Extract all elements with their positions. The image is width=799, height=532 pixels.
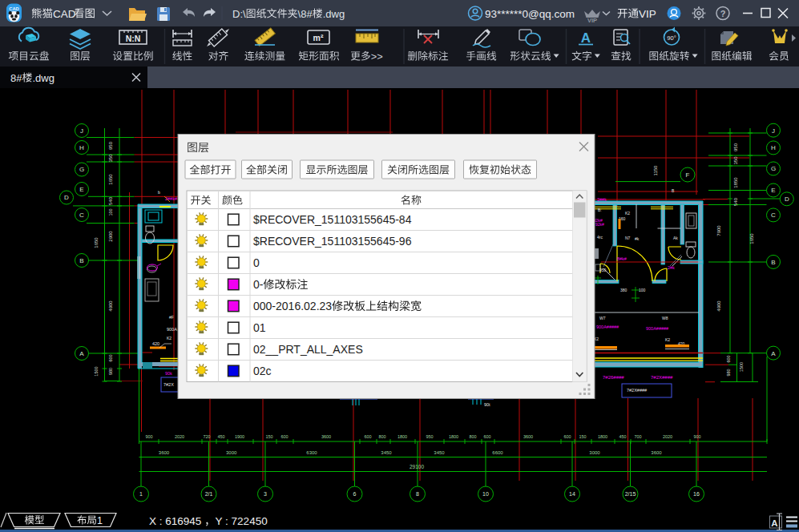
- svg-text:C: C: [771, 212, 776, 219]
- svg-text:90°: 90°: [667, 34, 676, 42]
- svg-text:3000: 3000: [226, 450, 237, 455]
- svg-text:2020: 2020: [175, 434, 184, 439]
- svg-text:2/15: 2/15: [625, 491, 636, 497]
- svg-text:D: D: [64, 194, 69, 201]
- svg-text:B: B: [771, 259, 775, 266]
- svg-text:7#26####: 7#26####: [603, 375, 624, 380]
- svg-text:4rc: 4rc: [597, 235, 603, 240]
- svg-text:$RECOVER_151103155645-84: $RECOVER_151103155645-84: [253, 213, 412, 226]
- svg-text:G: G: [771, 165, 776, 172]
- svg-text:1500: 1500: [94, 366, 99, 376]
- svg-text:1850: 1850: [733, 177, 738, 188]
- svg-text:350: 350: [733, 156, 738, 165]
- svg-text:D: D: [785, 195, 789, 203]
- svg-text:CAD: CAD: [9, 6, 19, 11]
- svg-text:.dwg: .dwg: [33, 72, 54, 84]
- svg-text:14: 14: [569, 491, 575, 497]
- svg-text:3450: 3450: [434, 450, 445, 455]
- svg-text:2##k: 2##k: [597, 197, 607, 202]
- svg-text:100: 100: [108, 208, 113, 216]
- svg-text:H: H: [79, 144, 84, 151]
- svg-text:2#k: 2#k: [668, 265, 675, 270]
- svg-text:1500: 1500: [739, 362, 744, 372]
- svg-text:1800: 1800: [598, 434, 607, 439]
- svg-text:b: b: [158, 190, 160, 195]
- svg-text:A: A: [771, 518, 777, 528]
- svg-text:980: 980: [726, 369, 731, 376]
- svg-text:N:N: N:N: [126, 34, 141, 43]
- svg-text:X : 616945: X : 616945: [149, 515, 201, 527]
- svg-text:1650: 1650: [749, 233, 754, 244]
- svg-text:800: 800: [378, 434, 385, 439]
- svg-text:CAD: CAD: [53, 8, 76, 20]
- svg-text:450: 450: [619, 434, 626, 439]
- svg-text:W8: W8: [662, 316, 668, 320]
- svg-text:E: E: [771, 187, 775, 194]
- svg-text:7#2X: 7#2X: [163, 382, 174, 387]
- svg-text:F: F: [686, 171, 690, 179]
- svg-text:\8#: \8#: [298, 8, 313, 20]
- svg-text:C: C: [79, 212, 84, 219]
- svg-text:10: 10: [482, 491, 489, 497]
- svg-text:1800: 1800: [397, 434, 407, 439]
- svg-text:4900: 4900: [108, 300, 113, 312]
- svg-text:90k: 90k: [165, 371, 172, 376]
- svg-text:150: 150: [579, 434, 586, 439]
- svg-text:420: 420: [152, 341, 159, 346]
- svg-text:7#2X####: 7#2X####: [651, 375, 673, 380]
- svg-text:2900: 2900: [108, 231, 113, 242]
- svg-text:VIP: VIP: [639, 8, 656, 20]
- svg-text:8#k#: 8#k#: [617, 256, 627, 261]
- svg-text:0: 0: [253, 256, 260, 269]
- svg-text:2020: 2020: [663, 434, 672, 439]
- svg-text:950: 950: [599, 268, 607, 272]
- svg-text:H: H: [771, 144, 776, 151]
- svg-text:8: 8: [416, 491, 419, 497]
- svg-text:K2: K2: [665, 337, 670, 342]
- svg-text:1: 1: [97, 515, 103, 526]
- svg-text:4900: 4900: [716, 300, 721, 312]
- svg-text:600: 600: [726, 355, 731, 362]
- svg-text:Ak: Ak: [673, 236, 678, 240]
- svg-text:B: B: [79, 257, 83, 264]
- svg-text:J: J: [80, 127, 83, 135]
- svg-text:D:\: D:\: [232, 8, 246, 20]
- svg-text:A: A: [771, 350, 776, 357]
- svg-text:3600: 3600: [651, 450, 662, 455]
- svg-text:1900: 1900: [235, 434, 244, 439]
- svg-text:600: 600: [280, 434, 288, 439]
- svg-text:7#2X####: 7#2X####: [627, 388, 648, 393]
- svg-text:980: 980: [108, 368, 113, 375]
- svg-text:600: 600: [563, 434, 571, 439]
- svg-text:1800: 1800: [449, 434, 458, 439]
- svg-text:6600: 6600: [492, 450, 503, 455]
- svg-text:?: ?: [720, 9, 726, 18]
- svg-text:01: 01: [253, 321, 266, 334]
- svg-text:950: 950: [426, 434, 433, 439]
- svg-text:K2: K2: [625, 211, 630, 216]
- svg-text:02__PRT_ALL_AXES: 02__PRT_ALL_AXES: [253, 343, 363, 356]
- svg-text:92k#: 92k#: [595, 222, 604, 227]
- svg-text:02c: 02c: [253, 365, 272, 377]
- svg-text:VIP: VIP: [587, 17, 597, 24]
- svg-text:600: 600: [483, 434, 490, 439]
- svg-text:1: 1: [139, 491, 143, 497]
- svg-text:N7: N7: [625, 236, 631, 240]
- svg-text:1650: 1650: [94, 237, 99, 248]
- svg-text:380: 380: [620, 288, 627, 292]
- svg-text:950: 950: [108, 141, 113, 150]
- svg-text:600: 600: [108, 354, 113, 361]
- svg-text:1650: 1650: [108, 174, 113, 185]
- svg-text:900A#####: 900A#####: [596, 324, 619, 329]
- svg-text:A: A: [79, 350, 84, 357]
- svg-text:450: 450: [217, 434, 224, 439]
- svg-text:Y : 722450: Y : 722450: [216, 515, 268, 527]
- svg-text:3000: 3000: [589, 450, 600, 455]
- svg-text:#k: #k: [635, 236, 640, 241]
- svg-text:m²: m²: [313, 33, 324, 42]
- svg-text:540: 540: [733, 197, 738, 206]
- svg-text:29100: 29100: [410, 464, 424, 470]
- svg-text:3600: 3600: [523, 434, 533, 439]
- svg-text:K2: K2: [167, 336, 172, 341]
- svg-text:900: 900: [145, 434, 152, 439]
